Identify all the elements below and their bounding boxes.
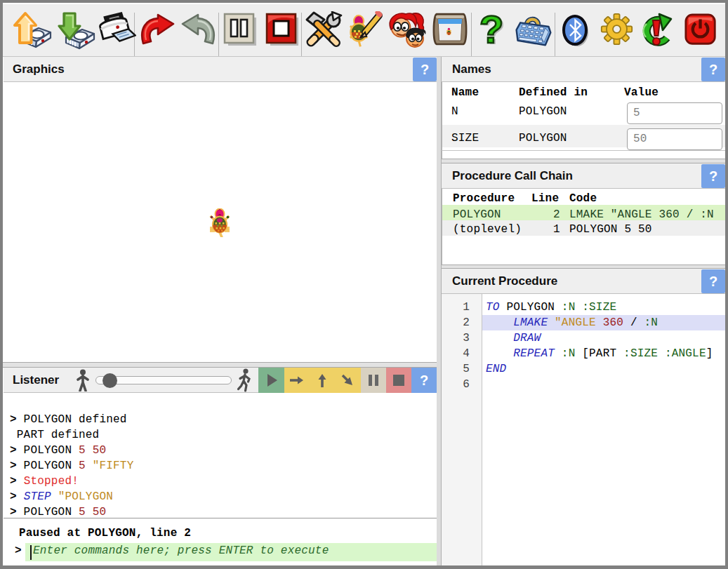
svg-text:?: ? [479,11,503,51]
